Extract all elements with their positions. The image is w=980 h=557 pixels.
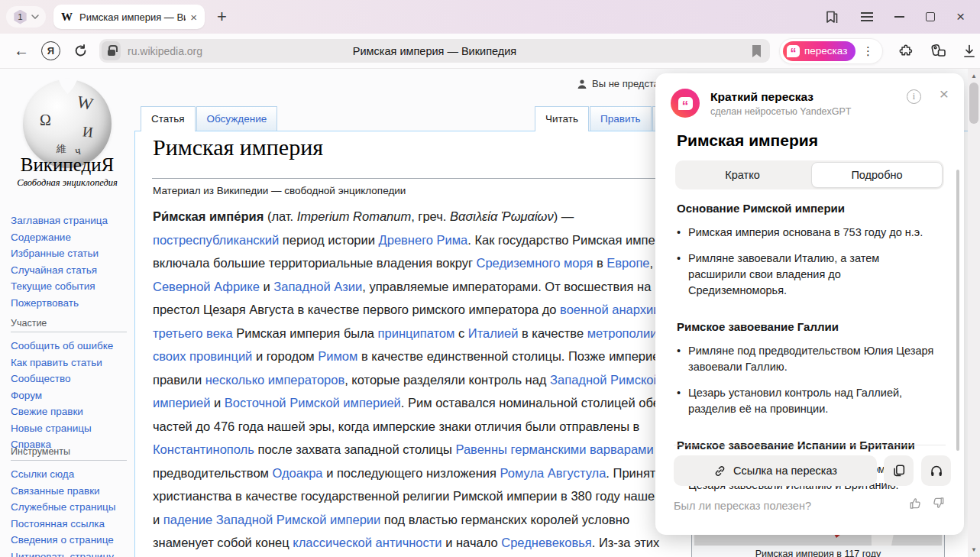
text-run: Βασιλεία Ῥωμαίων	[450, 209, 554, 223]
wiki-tagline: Свободная энциклопедия	[0, 177, 134, 189]
wiki-link[interactable]: постреспубликанский	[153, 233, 279, 247]
sidebar-link[interactable]: Случайная статья	[11, 264, 97, 276]
scroll-down-icon[interactable]: ▼	[968, 546, 980, 553]
wiki-link[interactable]: падение Западной Римской империи	[163, 513, 380, 526]
back-icon[interactable]: ←	[14, 42, 29, 60]
summary-bullet: •Римляне завоевали Италию, а затем расши…	[677, 251, 940, 299]
wiki-tab[interactable]: Править	[590, 106, 652, 131]
wiki-link[interactable]: принципатом	[378, 326, 455, 340]
summary-panel: “ Краткий пересказ сделан нейросетью Yan…	[655, 73, 964, 535]
wiki-link[interactable]: Древнего Рима	[379, 233, 468, 247]
text-run: Imperium Romanum	[297, 209, 411, 223]
refresh-icon[interactable]	[73, 43, 89, 59]
thumbs-up-icon[interactable]	[907, 495, 923, 511]
sidebar-link[interactable]: Цитировать страницу	[11, 551, 114, 557]
sidebar-link[interactable]: Заглавная страница	[11, 215, 108, 226]
wiki-link[interactable]: Средневековья	[501, 536, 591, 549]
info-icon[interactable]: i	[907, 89, 921, 104]
sidebar-link[interactable]: Сведения о странице	[11, 534, 114, 546]
wiki-link[interactable]: Западной Азии	[273, 280, 362, 293]
summary-link-label: Ссылка на пересказ	[733, 465, 837, 477]
summary-section: Римское завоевание Галлии •Римляне под п…	[677, 320, 940, 417]
close-window-icon[interactable]: ×	[956, 11, 965, 22]
wiki-link[interactable]: Средиземного моря	[477, 256, 593, 270]
text-run: с	[454, 326, 467, 340]
wiki-link[interactable]: Константинополь	[153, 442, 254, 456]
paragraph: Ри́мская импе́рия (лат. Imperium Romanum…	[153, 205, 692, 557]
sidebar-link[interactable]: Как править статьи	[11, 357, 102, 368]
sidebar-link[interactable]: Свежие правки	[11, 406, 83, 417]
sidebar-link[interactable]: Сообщество	[11, 373, 70, 384]
wiki-link[interactable]: Ромула Августула	[500, 466, 606, 480]
text-run: и	[260, 280, 273, 293]
panel-tab[interactable]: Подробно	[811, 162, 943, 188]
sidebar-link[interactable]: Текущие события	[11, 280, 95, 292]
sidebar-link[interactable]: Ссылки сюда	[11, 468, 74, 480]
wiki-link[interactable]: Одоакра	[273, 466, 323, 480]
bookmark-icon[interactable]	[751, 44, 762, 58]
address-bar[interactable]: ru.wikipedia.org Римская империя — Викип…	[99, 39, 770, 63]
listen-button[interactable]	[921, 455, 951, 486]
wiki-wordmark[interactable]: ВикипедиЯ	[0, 154, 134, 176]
yandexgpt-icon: “	[671, 89, 700, 118]
more-options-icon[interactable]: ⋮	[862, 44, 874, 58]
summary-bullet: •Римская империя основана в 753 году до …	[677, 225, 940, 241]
text-run: (лат.	[264, 209, 296, 223]
panel-tab[interactable]: Кратко	[677, 162, 808, 188]
scroll-up-icon[interactable]: ▲	[968, 73, 980, 79]
wiki-link[interactable]: Италией	[468, 326, 519, 340]
wiki-link[interactable]: Римом	[318, 349, 357, 363]
wiki-tab[interactable]: Статья	[141, 106, 196, 131]
headphones-icon	[929, 463, 944, 478]
thumbs-down-icon[interactable]	[930, 495, 946, 511]
sidebar-item: Содержание	[11, 229, 108, 246]
summary-link-button[interactable]: Ссылка на пересказ	[674, 455, 877, 486]
sidebar-link[interactable]: Связанные правки	[11, 485, 100, 497]
browser-tab[interactable]: W Римская империя — Ви ×	[53, 5, 205, 29]
sidebar-item: Случайная статья	[11, 262, 108, 279]
sidebar-item: Текущие события	[11, 278, 108, 295]
text-run: Римская империя была	[233, 326, 378, 340]
maximize-icon[interactable]	[926, 12, 935, 21]
sidebar-link[interactable]: Содержание	[11, 232, 71, 243]
quote-icon: “	[787, 45, 800, 57]
article-title: Римская империя	[153, 134, 323, 160]
summary-bullet: •Римляне под предводительством Юлия Цеза…	[677, 343, 940, 375]
wiki-link[interactable]: германскими варварами	[511, 442, 654, 456]
menu-icon[interactable]	[861, 12, 873, 21]
panel-subtitle: сделан нейросетью YandexGPT	[710, 106, 851, 117]
retell-button[interactable]: “ пересказ	[783, 41, 855, 61]
wiki-tab[interactable]: Читать	[535, 106, 589, 131]
sidebar-link[interactable]: Пожертвовать	[11, 297, 79, 309]
tab-close-icon[interactable]: ×	[190, 11, 197, 24]
yandex-icon[interactable]: Я	[41, 41, 60, 60]
sidebar-link[interactable]: Избранные статьи	[11, 248, 99, 259]
panel-close-icon[interactable]: ×	[940, 85, 949, 103]
wiki-link[interactable]: несколько императоров	[205, 373, 344, 387]
wiki-link[interactable]: классической античности	[293, 536, 441, 549]
text-run: и последующего низложения	[323, 466, 500, 480]
sidebar-link[interactable]: Новые страницы	[11, 423, 92, 434]
wiki-link[interactable]: Восточной Римской империей	[225, 396, 401, 410]
bookmarks-panel-icon[interactable]	[823, 9, 839, 24]
wiki-link[interactable]: Северной Африке	[153, 280, 260, 293]
new-tab-button[interactable]: +	[217, 9, 227, 24]
collections-icon[interactable]	[929, 43, 947, 60]
panel-scrollbar[interactable]	[956, 170, 959, 451]
sidebar-link[interactable]: Постоянная ссылка	[11, 518, 105, 529]
copy-button[interactable]	[884, 455, 914, 486]
wiki-link[interactable]: Европе	[606, 256, 649, 270]
sidebar-link[interactable]: Служебные страницы	[11, 501, 115, 513]
sidebar-item: Сообщество	[11, 371, 113, 387]
sidebar-link[interactable]: Сообщить об ошибке	[11, 340, 113, 351]
minimize-icon[interactable]	[894, 16, 904, 18]
sidebar-link[interactable]: Форум	[11, 390, 42, 401]
wiki-tab[interactable]: Обсуждение	[196, 106, 278, 131]
wiki-link[interactable]: Равенны	[455, 442, 506, 456]
text-run: период истории	[279, 233, 378, 247]
download-icon[interactable]	[961, 43, 978, 60]
page-scrollbar[interactable]: ▲ ▼	[968, 69, 980, 557]
scrollbar-thumb[interactable]	[969, 83, 978, 124]
extensions-icon[interactable]	[898, 43, 915, 60]
tab-group-indicator[interactable]: 1	[6, 6, 46, 28]
